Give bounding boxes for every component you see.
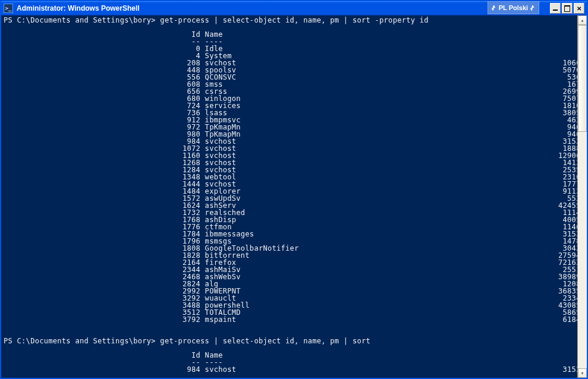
lang-arrows-icon: ▲▾: [530, 5, 535, 11]
language-label: PL Polski: [499, 4, 528, 11]
scroll-thumb[interactable]: [578, 25, 587, 132]
console-output[interactable]: PS C:\Documents and Settings\bory> get-p…: [1, 15, 577, 378]
window-buttons: [550, 3, 584, 14]
scroll-down-button[interactable]: ▾: [578, 368, 587, 378]
scroll-track[interactable]: [578, 25, 587, 368]
powershell-window: Administrator: Windows PowerShell ▲▾ PL …: [0, 0, 588, 379]
vertical-scrollbar[interactable]: ▴ ▾: [577, 15, 587, 378]
titlebar[interactable]: Administrator: Windows PowerShell ▲▾ PL …: [1, 1, 587, 15]
close-button[interactable]: [574, 3, 584, 14]
window-title: Administrator: Windows PowerShell: [17, 4, 140, 12]
minimize-button[interactable]: [550, 3, 561, 14]
maximize-button[interactable]: [562, 3, 573, 14]
scroll-up-button[interactable]: ▴: [578, 15, 587, 25]
content-area: PS C:\Documents and Settings\bory> get-p…: [1, 15, 587, 378]
lang-arrows-icon: ▲▾: [492, 5, 496, 11]
powershell-icon: [4, 4, 13, 13]
language-indicator[interactable]: ▲▾ PL Polski ▲▾: [488, 1, 539, 14]
